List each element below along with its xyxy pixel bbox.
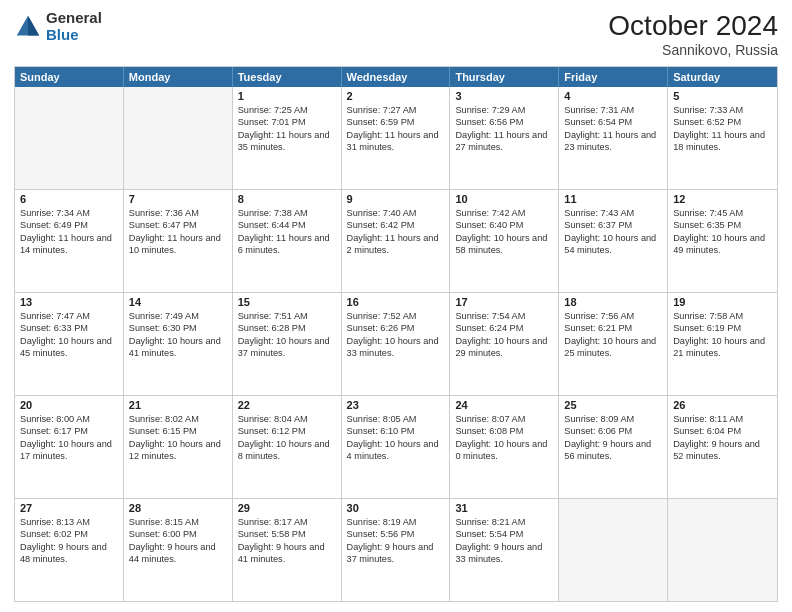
daylight-text: Daylight: 10 hours and 8 minutes. — [238, 438, 336, 463]
svg-marker-1 — [28, 15, 39, 35]
sunset-text: Sunset: 6:06 PM — [564, 425, 662, 437]
sunset-text: Sunset: 6:28 PM — [238, 322, 336, 334]
sunset-text: Sunset: 6:52 PM — [673, 116, 772, 128]
daylight-text: Daylight: 10 hours and 4 minutes. — [347, 438, 445, 463]
sunrise-text: Sunrise: 7:42 AM — [455, 207, 553, 219]
sunrise-text: Sunrise: 8:19 AM — [347, 516, 445, 528]
calendar-cell: 24Sunrise: 8:07 AMSunset: 6:08 PMDayligh… — [450, 396, 559, 498]
sunset-text: Sunset: 6:44 PM — [238, 219, 336, 231]
calendar-row: 6Sunrise: 7:34 AMSunset: 6:49 PMDaylight… — [15, 190, 777, 293]
sunset-text: Sunset: 6:04 PM — [673, 425, 772, 437]
day-number: 18 — [564, 296, 662, 308]
day-number: 14 — [129, 296, 227, 308]
daylight-text: Daylight: 10 hours and 21 minutes. — [673, 335, 772, 360]
logo-text: General Blue — [46, 10, 102, 43]
sunrise-text: Sunrise: 8:07 AM — [455, 413, 553, 425]
sunrise-text: Sunrise: 7:54 AM — [455, 310, 553, 322]
calendar-cell: 11Sunrise: 7:43 AMSunset: 6:37 PMDayligh… — [559, 190, 668, 292]
sunset-text: Sunset: 6:02 PM — [20, 528, 118, 540]
day-number: 28 — [129, 502, 227, 514]
sunset-text: Sunset: 6:56 PM — [455, 116, 553, 128]
sunset-text: Sunset: 6:47 PM — [129, 219, 227, 231]
sunset-text: Sunset: 6:49 PM — [20, 219, 118, 231]
day-number: 9 — [347, 193, 445, 205]
daylight-text: Daylight: 9 hours and 56 minutes. — [564, 438, 662, 463]
daylight-text: Daylight: 11 hours and 18 minutes. — [673, 129, 772, 154]
day-number: 17 — [455, 296, 553, 308]
sunrise-text: Sunrise: 8:11 AM — [673, 413, 772, 425]
weekday-header-tuesday: Tuesday — [233, 67, 342, 87]
sunset-text: Sunset: 5:54 PM — [455, 528, 553, 540]
sunset-text: Sunset: 6:17 PM — [20, 425, 118, 437]
day-number: 6 — [20, 193, 118, 205]
day-number: 25 — [564, 399, 662, 411]
calendar-cell: 6Sunrise: 7:34 AMSunset: 6:49 PMDaylight… — [15, 190, 124, 292]
sunrise-text: Sunrise: 8:15 AM — [129, 516, 227, 528]
sunrise-text: Sunrise: 7:51 AM — [238, 310, 336, 322]
calendar-cell: 25Sunrise: 8:09 AMSunset: 6:06 PMDayligh… — [559, 396, 668, 498]
calendar-cell: 19Sunrise: 7:58 AMSunset: 6:19 PMDayligh… — [668, 293, 777, 395]
day-number: 11 — [564, 193, 662, 205]
sunset-text: Sunset: 6:42 PM — [347, 219, 445, 231]
sunset-text: Sunset: 6:26 PM — [347, 322, 445, 334]
sunrise-text: Sunrise: 7:33 AM — [673, 104, 772, 116]
sunset-text: Sunset: 6:54 PM — [564, 116, 662, 128]
sunrise-text: Sunrise: 7:58 AM — [673, 310, 772, 322]
calendar-cell — [15, 87, 124, 189]
daylight-text: Daylight: 10 hours and 49 minutes. — [673, 232, 772, 257]
day-number: 7 — [129, 193, 227, 205]
daylight-text: Daylight: 10 hours and 12 minutes. — [129, 438, 227, 463]
calendar-cell: 12Sunrise: 7:45 AMSunset: 6:35 PMDayligh… — [668, 190, 777, 292]
calendar-cell: 3Sunrise: 7:29 AMSunset: 6:56 PMDaylight… — [450, 87, 559, 189]
month-title: October 2024 — [608, 10, 778, 42]
day-number: 8 — [238, 193, 336, 205]
daylight-text: Daylight: 10 hours and 54 minutes. — [564, 232, 662, 257]
logo-general-text: General — [46, 10, 102, 27]
sunrise-text: Sunrise: 7:29 AM — [455, 104, 553, 116]
sunrise-text: Sunrise: 7:40 AM — [347, 207, 445, 219]
daylight-text: Daylight: 10 hours and 29 minutes. — [455, 335, 553, 360]
sunset-text: Sunset: 6:19 PM — [673, 322, 772, 334]
daylight-text: Daylight: 10 hours and 58 minutes. — [455, 232, 553, 257]
calendar-cell: 9Sunrise: 7:40 AMSunset: 6:42 PMDaylight… — [342, 190, 451, 292]
daylight-text: Daylight: 11 hours and 31 minutes. — [347, 129, 445, 154]
day-number: 3 — [455, 90, 553, 102]
day-number: 24 — [455, 399, 553, 411]
page: General Blue October 2024 Sannikovo, Rus… — [0, 0, 792, 612]
calendar-cell — [124, 87, 233, 189]
daylight-text: Daylight: 10 hours and 25 minutes. — [564, 335, 662, 360]
sunrise-text: Sunrise: 7:36 AM — [129, 207, 227, 219]
daylight-text: Daylight: 10 hours and 37 minutes. — [238, 335, 336, 360]
day-number: 20 — [20, 399, 118, 411]
daylight-text: Daylight: 10 hours and 0 minutes. — [455, 438, 553, 463]
logo: General Blue — [14, 10, 102, 43]
day-number: 10 — [455, 193, 553, 205]
sunrise-text: Sunrise: 8:05 AM — [347, 413, 445, 425]
sunrise-text: Sunrise: 8:21 AM — [455, 516, 553, 528]
calendar-cell: 29Sunrise: 8:17 AMSunset: 5:58 PMDayligh… — [233, 499, 342, 601]
calendar-cell: 14Sunrise: 7:49 AMSunset: 6:30 PMDayligh… — [124, 293, 233, 395]
header: General Blue October 2024 Sannikovo, Rus… — [14, 10, 778, 58]
sunrise-text: Sunrise: 8:04 AM — [238, 413, 336, 425]
calendar-cell: 31Sunrise: 8:21 AMSunset: 5:54 PMDayligh… — [450, 499, 559, 601]
calendar: SundayMondayTuesdayWednesdayThursdayFrid… — [14, 66, 778, 602]
sunrise-text: Sunrise: 8:00 AM — [20, 413, 118, 425]
day-number: 31 — [455, 502, 553, 514]
sunrise-text: Sunrise: 7:56 AM — [564, 310, 662, 322]
sunset-text: Sunset: 6:15 PM — [129, 425, 227, 437]
calendar-cell: 18Sunrise: 7:56 AMSunset: 6:21 PMDayligh… — [559, 293, 668, 395]
daylight-text: Daylight: 10 hours and 17 minutes. — [20, 438, 118, 463]
daylight-text: Daylight: 9 hours and 33 minutes. — [455, 541, 553, 566]
day-number: 16 — [347, 296, 445, 308]
sunrise-text: Sunrise: 7:25 AM — [238, 104, 336, 116]
sunrise-text: Sunrise: 7:27 AM — [347, 104, 445, 116]
day-number: 19 — [673, 296, 772, 308]
sunset-text: Sunset: 6:40 PM — [455, 219, 553, 231]
calendar-cell: 13Sunrise: 7:47 AMSunset: 6:33 PMDayligh… — [15, 293, 124, 395]
weekday-header-thursday: Thursday — [450, 67, 559, 87]
day-number: 13 — [20, 296, 118, 308]
sunrise-text: Sunrise: 7:52 AM — [347, 310, 445, 322]
calendar-cell: 16Sunrise: 7:52 AMSunset: 6:26 PMDayligh… — [342, 293, 451, 395]
day-number: 4 — [564, 90, 662, 102]
weekday-header-wednesday: Wednesday — [342, 67, 451, 87]
